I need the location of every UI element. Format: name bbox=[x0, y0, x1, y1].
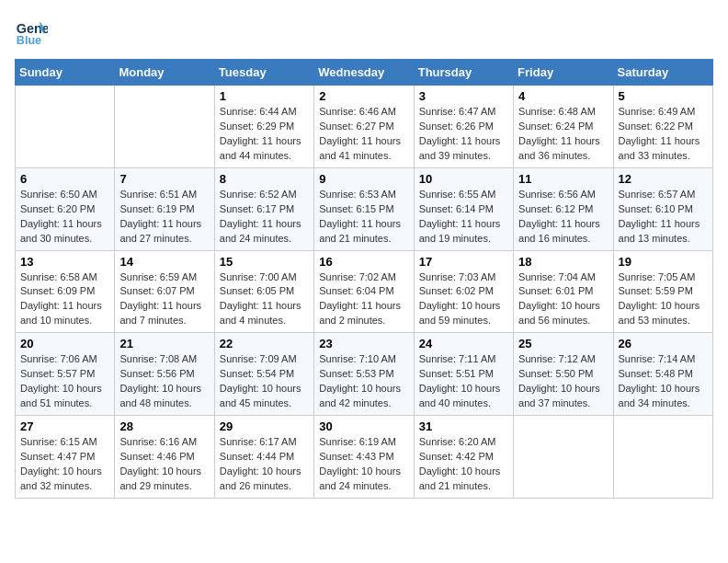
day-number: 16 bbox=[319, 255, 408, 269]
calendar-cell: 6Sunrise: 6:50 AMSunset: 6:20 PMDaylight… bbox=[16, 167, 115, 250]
calendar-cell: 13Sunrise: 6:58 AMSunset: 6:09 PMDayligh… bbox=[16, 250, 115, 333]
day-info: Sunrise: 6:53 AMSunset: 6:15 PMDaylight:… bbox=[319, 188, 408, 247]
day-number: 22 bbox=[220, 337, 309, 350]
calendar-cell bbox=[613, 416, 712, 499]
day-info: Sunrise: 6:50 AMSunset: 6:20 PMDaylight:… bbox=[20, 188, 109, 247]
calendar-cell: 10Sunrise: 6:55 AMSunset: 6:14 PMDayligh… bbox=[414, 167, 513, 250]
day-info: Sunrise: 6:17 AMSunset: 4:44 PMDaylight:… bbox=[220, 435, 309, 494]
calendar-cell: 27Sunrise: 6:15 AMSunset: 4:47 PMDayligh… bbox=[16, 416, 115, 499]
day-info: Sunrise: 6:59 AMSunset: 6:07 PMDaylight:… bbox=[119, 270, 209, 329]
calendar-week-row: 1Sunrise: 6:44 AMSunset: 6:29 PMDaylight… bbox=[16, 86, 713, 168]
day-number: 13 bbox=[20, 255, 109, 269]
day-number: 31 bbox=[419, 419, 508, 433]
day-info: Sunrise: 6:20 AMSunset: 4:42 PMDaylight:… bbox=[419, 435, 508, 494]
calendar-cell: 28Sunrise: 6:16 AMSunset: 4:46 PMDayligh… bbox=[115, 416, 214, 499]
day-info: Sunrise: 6:49 AMSunset: 6:22 PMDaylight:… bbox=[619, 105, 708, 164]
logo: General Blue bbox=[15, 15, 48, 48]
calendar-cell: 8Sunrise: 6:52 AMSunset: 6:17 PMDaylight… bbox=[214, 167, 313, 250]
day-info: Sunrise: 7:00 AMSunset: 6:05 PMDaylight:… bbox=[220, 270, 309, 329]
day-number: 2 bbox=[319, 89, 408, 103]
page-header: General Blue bbox=[15, 15, 713, 48]
day-number: 17 bbox=[419, 255, 508, 269]
day-info: Sunrise: 7:08 AMSunset: 5:56 PMDaylight:… bbox=[119, 352, 209, 411]
calendar-cell: 5Sunrise: 6:49 AMSunset: 6:22 PMDaylight… bbox=[613, 86, 712, 168]
calendar-cell: 21Sunrise: 7:08 AMSunset: 5:56 PMDayligh… bbox=[115, 333, 214, 416]
day-number: 8 bbox=[220, 172, 309, 186]
day-number: 26 bbox=[619, 337, 708, 350]
day-info: Sunrise: 6:46 AMSunset: 6:27 PMDaylight:… bbox=[319, 105, 408, 164]
calendar-cell: 24Sunrise: 7:11 AMSunset: 5:51 PMDayligh… bbox=[414, 333, 513, 416]
calendar-week-row: 20Sunrise: 7:06 AMSunset: 5:57 PMDayligh… bbox=[16, 333, 713, 416]
calendar-cell: 22Sunrise: 7:09 AMSunset: 5:54 PMDayligh… bbox=[214, 333, 313, 416]
calendar-cell: 1Sunrise: 6:44 AMSunset: 6:29 PMDaylight… bbox=[214, 86, 313, 168]
day-number: 5 bbox=[619, 89, 708, 103]
calendar-cell: 16Sunrise: 7:02 AMSunset: 6:04 PMDayligh… bbox=[314, 250, 414, 333]
calendar-week-row: 27Sunrise: 6:15 AMSunset: 4:47 PMDayligh… bbox=[16, 416, 713, 499]
calendar-cell bbox=[16, 86, 115, 168]
day-number: 24 bbox=[419, 337, 508, 350]
calendar-cell: 18Sunrise: 7:04 AMSunset: 6:01 PMDayligh… bbox=[514, 250, 613, 333]
day-info: Sunrise: 7:11 AMSunset: 5:51 PMDaylight:… bbox=[419, 352, 508, 411]
calendar-cell: 31Sunrise: 6:20 AMSunset: 4:42 PMDayligh… bbox=[414, 416, 513, 499]
day-number: 27 bbox=[20, 419, 109, 433]
day-info: Sunrise: 7:04 AMSunset: 6:01 PMDaylight:… bbox=[518, 270, 608, 329]
day-info: Sunrise: 6:44 AMSunset: 6:29 PMDaylight:… bbox=[220, 105, 309, 164]
day-info: Sunrise: 6:56 AMSunset: 6:12 PMDaylight:… bbox=[518, 188, 608, 247]
day-info: Sunrise: 6:57 AMSunset: 6:10 PMDaylight:… bbox=[619, 188, 708, 247]
day-number: 1 bbox=[220, 89, 309, 103]
day-info: Sunrise: 6:51 AMSunset: 6:19 PMDaylight:… bbox=[119, 188, 209, 247]
day-number: 6 bbox=[20, 172, 109, 186]
day-info: Sunrise: 6:48 AMSunset: 6:24 PMDaylight:… bbox=[518, 105, 608, 164]
day-number: 10 bbox=[419, 172, 508, 186]
day-header-saturday: Saturday bbox=[613, 60, 712, 86]
day-number: 19 bbox=[619, 255, 708, 269]
calendar-cell bbox=[115, 86, 214, 168]
day-number: 12 bbox=[619, 172, 708, 186]
calendar-cell: 14Sunrise: 6:59 AMSunset: 6:07 PMDayligh… bbox=[115, 250, 214, 333]
day-number: 14 bbox=[119, 255, 209, 269]
calendar-cell: 11Sunrise: 6:56 AMSunset: 6:12 PMDayligh… bbox=[514, 167, 613, 250]
day-info: Sunrise: 6:16 AMSunset: 4:46 PMDaylight:… bbox=[119, 435, 209, 494]
calendar-cell: 19Sunrise: 7:05 AMSunset: 5:59 PMDayligh… bbox=[613, 250, 712, 333]
day-info: Sunrise: 7:14 AMSunset: 5:48 PMDaylight:… bbox=[619, 352, 708, 411]
day-info: Sunrise: 7:10 AMSunset: 5:53 PMDaylight:… bbox=[319, 352, 408, 411]
day-number: 7 bbox=[119, 172, 209, 186]
day-number: 21 bbox=[119, 337, 209, 350]
day-number: 3 bbox=[419, 89, 508, 103]
day-number: 20 bbox=[20, 337, 109, 350]
logo-icon: General Blue bbox=[15, 15, 48, 48]
day-info: Sunrise: 7:03 AMSunset: 6:02 PMDaylight:… bbox=[419, 270, 508, 329]
day-info: Sunrise: 6:15 AMSunset: 4:47 PMDaylight:… bbox=[20, 435, 109, 494]
day-number: 28 bbox=[119, 419, 209, 433]
calendar-cell: 29Sunrise: 6:17 AMSunset: 4:44 PMDayligh… bbox=[214, 416, 313, 499]
day-header-friday: Friday bbox=[514, 60, 613, 86]
calendar-cell: 3Sunrise: 6:47 AMSunset: 6:26 PMDaylight… bbox=[414, 86, 513, 168]
day-number: 9 bbox=[319, 172, 408, 186]
day-info: Sunrise: 6:52 AMSunset: 6:17 PMDaylight:… bbox=[220, 188, 309, 247]
day-header-wednesday: Wednesday bbox=[314, 60, 414, 86]
calendar-cell: 2Sunrise: 6:46 AMSunset: 6:27 PMDaylight… bbox=[314, 86, 414, 168]
day-header-thursday: Thursday bbox=[414, 60, 513, 86]
header-row: SundayMondayTuesdayWednesdayThursdayFrid… bbox=[16, 60, 713, 86]
day-number: 25 bbox=[518, 337, 608, 350]
day-info: Sunrise: 7:12 AMSunset: 5:50 PMDaylight:… bbox=[518, 352, 608, 411]
day-info: Sunrise: 6:58 AMSunset: 6:09 PMDaylight:… bbox=[20, 270, 109, 329]
day-info: Sunrise: 7:09 AMSunset: 5:54 PMDaylight:… bbox=[220, 352, 309, 411]
day-info: Sunrise: 7:02 AMSunset: 6:04 PMDaylight:… bbox=[319, 270, 408, 329]
calendar-cell: 30Sunrise: 6:19 AMSunset: 4:43 PMDayligh… bbox=[314, 416, 414, 499]
day-header-sunday: Sunday bbox=[16, 60, 115, 86]
day-number: 11 bbox=[518, 172, 608, 186]
day-header-tuesday: Tuesday bbox=[214, 60, 313, 86]
calendar-cell bbox=[514, 416, 613, 499]
day-info: Sunrise: 6:47 AMSunset: 6:26 PMDaylight:… bbox=[419, 105, 508, 164]
calendar-cell: 26Sunrise: 7:14 AMSunset: 5:48 PMDayligh… bbox=[613, 333, 712, 416]
day-header-monday: Monday bbox=[115, 60, 214, 86]
day-number: 18 bbox=[518, 255, 608, 269]
day-number: 4 bbox=[518, 89, 608, 103]
calendar-cell: 7Sunrise: 6:51 AMSunset: 6:19 PMDaylight… bbox=[115, 167, 214, 250]
calendar-week-row: 13Sunrise: 6:58 AMSunset: 6:09 PMDayligh… bbox=[16, 250, 713, 333]
calendar-cell: 15Sunrise: 7:00 AMSunset: 6:05 PMDayligh… bbox=[214, 250, 313, 333]
calendar-cell: 17Sunrise: 7:03 AMSunset: 6:02 PMDayligh… bbox=[414, 250, 513, 333]
calendar-cell: 4Sunrise: 6:48 AMSunset: 6:24 PMDaylight… bbox=[514, 86, 613, 168]
calendar-cell: 25Sunrise: 7:12 AMSunset: 5:50 PMDayligh… bbox=[514, 333, 613, 416]
